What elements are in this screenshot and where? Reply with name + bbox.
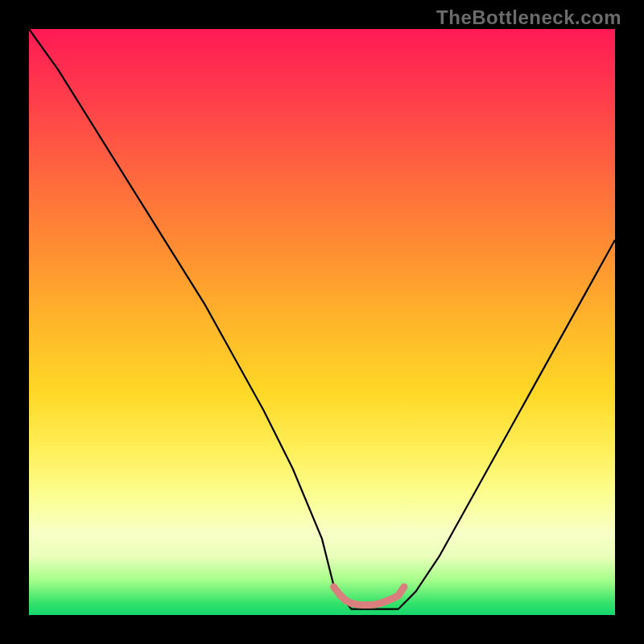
chart-frame: TheBottleneck.com: [0, 0, 644, 644]
main-curve: [29, 29, 615, 609]
plot-area: [29, 29, 615, 615]
curve-layer: [29, 29, 615, 615]
bottom-marker: [334, 587, 404, 605]
watermark-label: TheBottleneck.com: [436, 6, 621, 29]
